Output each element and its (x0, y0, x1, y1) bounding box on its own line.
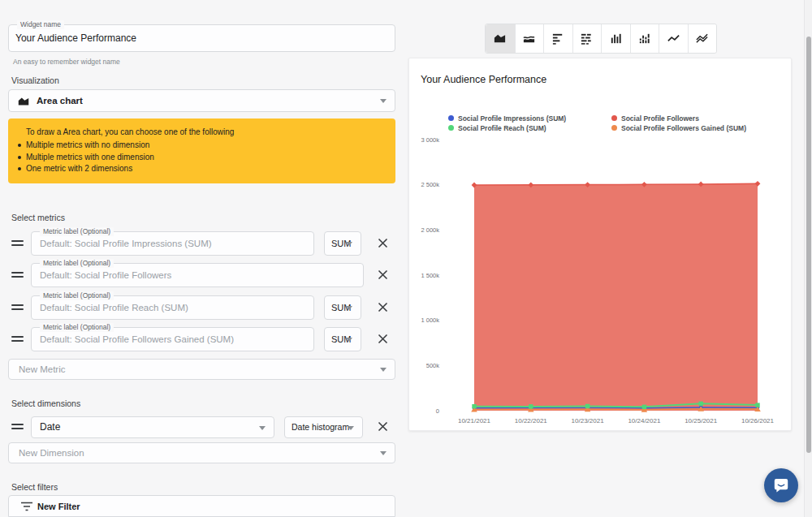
info-box-bullet: Multiple metrics with one dimension (18, 152, 386, 164)
chart-preview-card: Your Audience Performance Social Profile… (408, 58, 792, 431)
metric-label-input[interactable]: Metric label (Optional) Default: Social … (31, 295, 314, 320)
date-histogram-select[interactable]: Date histogram (284, 416, 363, 438)
metric-label-field-label: Metric label (Optional) (40, 323, 114, 332)
svg-text:2 000k: 2 000k (421, 226, 439, 234)
chevron-down-icon (346, 338, 352, 342)
widget-name-label: Widget name (17, 20, 64, 29)
metric-row: Metric label (Optional) Default: Social … (0, 327, 406, 360)
remove-metric-button[interactable] (377, 237, 390, 250)
svg-text:500k: 500k (426, 362, 440, 369)
metric-row: Metric label (Optional) Default: Social … (0, 263, 406, 295)
chevron-down-icon (380, 99, 387, 103)
area-chart-icon (493, 32, 507, 45)
chevron-down-icon (346, 242, 352, 246)
select-dimensions-label: Select dimensions (11, 399, 80, 408)
scrollbar-track[interactable] (804, 0, 812, 517)
aggregation-select[interactable]: SUM (324, 327, 361, 351)
aggregation-select[interactable]: SUM (324, 231, 361, 256)
chart-type-column-button[interactable] (601, 24, 630, 53)
svg-text:10/24/2021: 10/24/2021 (628, 417, 661, 424)
new-filter-button[interactable]: New Filter (8, 495, 395, 517)
chart-requirements-info-box: To draw a Area chart, you can choose one… (8, 118, 395, 183)
dimension-row: Date Date histogram (0, 416, 406, 441)
chart-type-line-button[interactable] (659, 24, 688, 53)
drag-handle-icon[interactable] (11, 240, 24, 248)
info-box-title: To draw a Area chart, you can choose one… (18, 127, 386, 136)
stacked-column-chart-icon (637, 32, 651, 45)
svg-text:3 000k: 3 000k (421, 136, 439, 144)
widget-name-helper-text: An easy to remember widget name (13, 58, 120, 66)
remove-dimension-button[interactable] (377, 420, 390, 433)
drag-handle-icon[interactable] (11, 336, 24, 343)
metric-label-input[interactable]: Metric label (Optional) Default: Social … (31, 327, 314, 351)
svg-text:1 000k: 1 000k (421, 317, 439, 324)
select-metrics-label: Select metrics (11, 213, 65, 222)
chart-type-bar-button[interactable] (543, 24, 572, 53)
new-dimension-select[interactable]: New Dimension (8, 442, 395, 463)
dimension-value: Date (32, 417, 274, 437)
metric-label-input[interactable]: Metric label (Optional) Default: Social … (31, 263, 364, 287)
filter-icon (21, 502, 32, 512)
scrollbar-thumb[interactable] (806, 37, 811, 453)
aggregation-select[interactable]: SUM (324, 295, 361, 320)
drag-handle-icon[interactable] (11, 304, 24, 312)
new-metric-select[interactable]: New Metric (8, 359, 395, 380)
svg-text:0: 0 (436, 407, 439, 415)
svg-text:10/23/2021: 10/23/2021 (572, 417, 605, 424)
select-filters-label: Select filters (11, 482, 58, 492)
aggregation-value: SUM (325, 328, 361, 351)
chevron-down-icon (380, 368, 387, 372)
new-filter-label: New Filter (37, 496, 395, 517)
chart-type-toolbar (485, 24, 717, 54)
visualization-value: Area chart (9, 90, 395, 111)
svg-text:10/26/2021: 10/26/2021 (741, 417, 775, 424)
widget-name-field[interactable]: Widget name Your Audience Performance (8, 24, 395, 52)
svg-text:10/25/2021: 10/25/2021 (685, 417, 718, 424)
remove-metric-button[interactable] (377, 269, 390, 282)
remove-metric-button[interactable] (377, 333, 390, 346)
remove-metric-button[interactable] (377, 301, 390, 314)
chevron-down-icon (380, 451, 387, 455)
chevron-down-icon (346, 306, 352, 310)
svg-text:10/22/2021: 10/22/2021 (515, 417, 548, 424)
multi-line-chart-icon (695, 32, 709, 45)
drag-handle-icon[interactable] (11, 424, 24, 431)
bar-chart-icon (551, 32, 565, 45)
chevron-down-icon (259, 426, 266, 430)
chart-type-stacked-area-button[interactable] (515, 24, 544, 53)
chart-type-stacked-bar-button[interactable] (572, 24, 602, 53)
svg-text:1 500k: 1 500k (421, 272, 439, 279)
metric-label-input[interactable]: Metric label (Optional) Default: Social … (31, 231, 314, 256)
chart-type-area-button[interactable] (486, 24, 515, 53)
chat-launcher-button[interactable] (764, 468, 798, 502)
drag-handle-icon[interactable] (11, 272, 24, 279)
dimension-select[interactable]: Date (31, 416, 274, 438)
visualization-select[interactable]: Area chart (8, 89, 395, 112)
chart-type-multi-line-button[interactable] (688, 24, 717, 53)
info-box-bullet: Multiple metrics with no dimension (18, 140, 386, 152)
svg-text:10/21/2021: 10/21/2021 (458, 417, 491, 424)
widget-name-value: Your Audience Performance (9, 25, 395, 51)
visualization-label: Visualization (11, 75, 59, 85)
metric-label-field-label: Metric label (Optional) (40, 227, 114, 236)
chart-type-stacked-column-button[interactable] (630, 24, 659, 53)
info-box-bullet-list: Multiple metrics with no dimension Multi… (18, 140, 386, 175)
aggregation-value: SUM (325, 296, 361, 319)
line-chart-icon (667, 32, 680, 45)
area-chart-plot: 3 000k2 500k2 000k1 500k1 000k500k010/21… (409, 58, 793, 431)
area-chart-icon (17, 95, 30, 111)
new-dimension-placeholder: New Dimension (9, 443, 395, 463)
metric-label-field-label: Metric label (Optional) (40, 259, 114, 268)
column-chart-icon (609, 32, 623, 45)
stacked-bar-chart-icon (580, 32, 594, 45)
aggregation-value: SUM (325, 232, 361, 255)
info-box-bullet: One metric with 2 dimensions (18, 163, 386, 175)
new-metric-placeholder: New Metric (9, 360, 395, 379)
chevron-down-icon (348, 426, 354, 430)
metric-label-field-label: Metric label (Optional) (40, 291, 114, 300)
chat-bubble-icon (772, 476, 790, 494)
stacked-area-chart-icon (522, 32, 536, 45)
svg-text:2 500k: 2 500k (421, 181, 439, 188)
